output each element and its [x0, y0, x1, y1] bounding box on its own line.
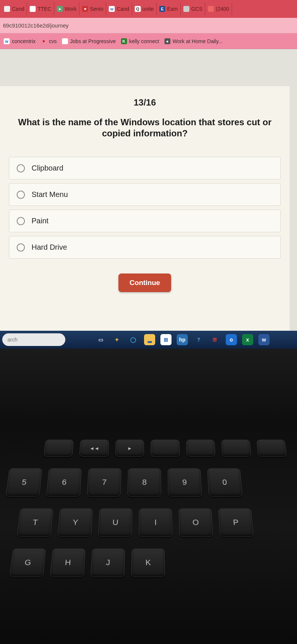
option-label: Start Menu	[32, 190, 68, 199]
keyboard-key: O	[179, 508, 213, 537]
browser-tab[interactable]: Cand	[1, 3, 27, 15]
taskbar-pinned-apps: ▭✦◯▂⊞hp?⛨oxw	[70, 334, 295, 345]
tab-label: Cand	[12, 6, 24, 12]
bookmark-label: Work at Home Daily...	[173, 38, 223, 44]
keyboard-key: 9	[167, 468, 202, 496]
keyboard-key	[256, 440, 287, 457]
bookmark-cvs[interactable]: ♥ cvs	[41, 38, 57, 44]
keyboard-key: 0	[207, 468, 243, 496]
keyboard-key: 7	[87, 468, 121, 496]
edge-icon[interactable]: ◯	[128, 334, 139, 345]
keyboard-key: U	[98, 508, 132, 537]
radio-icon	[17, 217, 25, 225]
bookmark-label: cvs	[49, 38, 57, 44]
question-text: What is the name of the Windows location…	[6, 117, 284, 139]
bookmark-label: kelly connect	[129, 38, 159, 44]
favicon-icon	[208, 6, 214, 12]
bookmark-kelly-connect[interactable]: K kelly connect	[121, 38, 159, 44]
keyboard-key: I	[139, 508, 173, 537]
favicon-icon	[183, 6, 189, 12]
taskbar-search[interactable]: arch	[2, 333, 65, 346]
copilot-icon[interactable]: ✦	[111, 334, 123, 345]
favicon-icon	[30, 6, 36, 12]
favicon-icon: ●	[57, 6, 63, 12]
keyboard-key: G	[9, 548, 46, 577]
radio-icon	[17, 164, 25, 172]
question-progress: 13/16	[6, 97, 284, 108]
tab-label: Eam	[167, 6, 178, 12]
radio-icon	[17, 243, 25, 252]
browser-tab[interactable]: Q unite	[132, 3, 157, 15]
bookmark-label: concentrix	[12, 38, 36, 44]
keyboard-key: ►	[115, 440, 144, 457]
keyboard: ◄◄► 567890 TYUIOP GHJK	[0, 434, 297, 583]
heart-icon: ♥	[82, 6, 88, 12]
keyboard-key: P	[218, 508, 254, 537]
favicon-icon: E	[159, 6, 165, 12]
search-placeholder: arch	[7, 337, 17, 343]
laptop-body: ◄◄► 567890 TYUIOP GHJK	[0, 349, 297, 644]
continue-button[interactable]: Continue	[118, 274, 171, 292]
keyboard-key: Y	[58, 508, 93, 537]
option-label: Clipboard	[32, 164, 63, 172]
bookmark-work-at-home[interactable]: ● Work at Home Daily...	[164, 38, 223, 44]
w-icon: w	[4, 38, 10, 44]
favicon-icon	[4, 6, 10, 12]
browser-tab[interactable]: ♥ Senio	[79, 3, 106, 15]
excel-icon[interactable]: x	[242, 334, 253, 345]
browser-tab[interactable]: GCS	[181, 3, 205, 15]
option-label: Hard Drive	[32, 243, 67, 252]
bookmarks-bar: w concentrix ♥ cvs Jobs at Progressive K…	[0, 33, 297, 49]
bookmark-progressive[interactable]: Jobs at Progressive	[62, 38, 116, 44]
file-explorer-icon[interactable]: ▂	[144, 334, 155, 345]
keyboard-key: H	[50, 548, 85, 577]
browser-tab[interactable]: (2400	[205, 3, 232, 15]
keyboard-key: ◄◄	[79, 440, 109, 457]
task-view-icon[interactable]: ▭	[95, 334, 106, 345]
help-icon[interactable]: ?	[193, 334, 204, 345]
browser-tab-strip: Cand TTEC ● Work ♥ Senio w Cand Q unite …	[0, 0, 297, 18]
bookmark-label: Jobs at Progressive	[70, 38, 116, 44]
w-icon: w	[109, 6, 115, 12]
mcafee-icon[interactable]: ⛨	[209, 334, 221, 345]
keyboard-key: K	[131, 548, 165, 577]
keyboard-key	[44, 440, 74, 457]
bookmark-concentrix[interactable]: w concentrix	[4, 38, 36, 44]
word-icon[interactable]: w	[258, 334, 270, 345]
browser-tab[interactable]: ● Work	[54, 3, 79, 15]
heart-icon: ♥	[41, 38, 47, 44]
keyboard-key: 8	[127, 468, 161, 496]
tab-label: (2400	[216, 6, 229, 12]
option-label: Paint	[32, 217, 49, 225]
answer-option[interactable]: Hard Drive	[9, 236, 281, 259]
browser-tab[interactable]: w Cand	[106, 3, 132, 15]
tab-label: Cand	[117, 6, 129, 12]
answer-option[interactable]: Paint	[9, 210, 281, 232]
browser-tab[interactable]: E Eam	[157, 3, 181, 15]
outlook-icon[interactable]: o	[226, 334, 237, 345]
keyboard-key	[186, 440, 216, 457]
search-icon: Q	[135, 6, 141, 12]
keyboard-key: J	[91, 548, 125, 577]
hp-icon[interactable]: hp	[177, 334, 188, 345]
browser-tab[interactable]: TTEC	[27, 3, 54, 15]
tab-label: Work	[65, 6, 76, 12]
keyboard-key	[221, 440, 251, 457]
square-icon	[62, 38, 68, 44]
keyboard-key: 6	[46, 468, 82, 496]
answer-options: Clipboard Start Menu Paint Hard Drive	[9, 157, 281, 259]
tab-label: TTEC	[37, 6, 51, 12]
tab-label: unite	[143, 6, 154, 12]
keyboard-key: 5	[6, 468, 42, 496]
keyboard-key: T	[17, 508, 53, 537]
answer-option[interactable]: Clipboard	[9, 157, 281, 179]
url-text: 69c910012c16e2d/journey	[3, 22, 69, 29]
quiz-card: 13/16 What is the name of the Windows lo…	[0, 86, 290, 331]
k-icon: K	[121, 38, 127, 44]
ms-store-icon[interactable]: ⊞	[160, 334, 172, 345]
address-bar[interactable]: 69c910012c16e2d/journey	[0, 18, 297, 33]
keyboard-key	[151, 440, 180, 457]
answer-option[interactable]: Start Menu	[9, 183, 281, 206]
radio-icon	[17, 191, 25, 199]
page-viewport: 13/16 What is the name of the Windows lo…	[0, 49, 297, 331]
